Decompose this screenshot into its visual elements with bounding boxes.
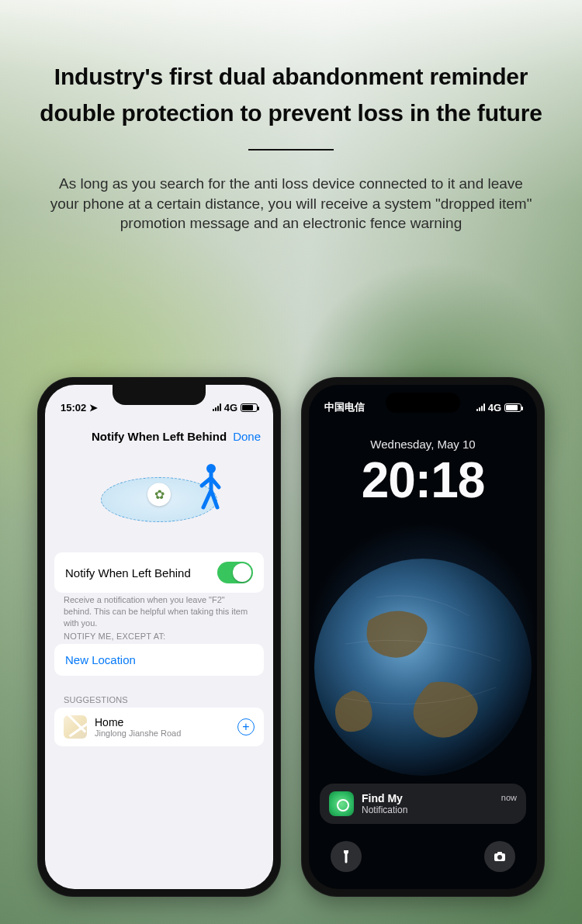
notify-helper-text: Receive a notification when you leave "F… — [45, 590, 273, 629]
notification-time: now — [501, 791, 517, 802]
new-location-button[interactable]: New Location — [54, 644, 264, 676]
find-my-app-icon — [329, 791, 354, 816]
status-carrier: 中国电信 — [324, 400, 365, 414]
headline-divider — [248, 149, 334, 151]
status-time: 15:02 ➤ — [61, 402, 98, 414]
tag-beacon-icon: ✿ — [147, 483, 171, 506]
section-header-suggestions: SUGGESTIONS — [45, 695, 128, 704]
svg-point-1 — [314, 559, 532, 776]
notify-toggle-switch[interactable] — [217, 562, 253, 583]
battery-icon — [504, 403, 521, 412]
status-right: 4G — [476, 402, 521, 414]
new-location-card: New Location — [54, 644, 264, 676]
subheadline: As long as you search for the anti loss … — [0, 174, 582, 234]
network-label: 4G — [488, 402, 501, 414]
phone-left-screen: 15:02 ➤ 4G Notify When Left Behind Done … — [45, 385, 273, 889]
left-behind-illustration: ✿ — [45, 453, 273, 546]
phone-right: 中国电信 4G Wednesday, May 10 20:18 — [301, 377, 545, 897]
suggestion-row-home[interactable]: Home Jinglong Jianshe Road + — [54, 708, 264, 746]
camera-icon — [493, 850, 507, 863]
map-thumbnail-icon — [64, 715, 87, 739]
flashlight-button[interactable] — [331, 841, 362, 872]
headline: Industry's first dual abandonment remind… — [0, 59, 582, 131]
phone-left: 15:02 ➤ 4G Notify When Left Behind Done … — [37, 377, 281, 897]
suggestion-card: Home Jinglong Jianshe Road + — [54, 708, 264, 746]
signal-icon — [213, 403, 221, 411]
notify-toggle-card: Notify When Left Behind — [54, 552, 264, 593]
lockscreen-time: 20:18 — [309, 452, 537, 509]
notify-toggle-row[interactable]: Notify When Left Behind — [54, 552, 264, 593]
headline-line-2: double protection to prevent loss in the… — [40, 100, 542, 126]
add-suggestion-button[interactable]: + — [237, 718, 255, 735]
flashlight-icon — [339, 850, 353, 863]
lockscreen-date: Wednesday, May 10 — [309, 438, 537, 451]
location-arrow-icon: ➤ — [89, 402, 98, 414]
notch — [113, 385, 206, 405]
notify-toggle-label: Notify When Left Behind — [65, 566, 191, 580]
battery-icon — [241, 403, 258, 412]
suggestion-name: Home — [95, 716, 230, 728]
nav-title: Notify When Left Behind — [92, 430, 227, 443]
done-button[interactable]: Done — [233, 430, 261, 443]
lockscreen-notification[interactable]: Find My Notification now — [320, 784, 526, 824]
walking-person-icon — [191, 462, 225, 514]
earth-globe-icon — [309, 551, 537, 784]
phone-right-screen: 中国电信 4G Wednesday, May 10 20:18 — [309, 385, 537, 889]
signal-icon — [476, 403, 485, 411]
camera-button[interactable] — [484, 841, 515, 872]
network-label: 4G — [224, 402, 237, 414]
status-time-text: 15:02 — [61, 402, 86, 414]
svg-rect-4 — [497, 852, 502, 854]
svg-point-3 — [497, 855, 502, 860]
notification-title: Find My — [362, 792, 494, 805]
dynamic-island — [386, 393, 460, 413]
suggestion-address: Jinglong Jianshe Road — [95, 728, 230, 738]
headline-line-1: Industry's first dual abandonment remind… — [54, 64, 528, 89]
notification-text: Find My Notification — [362, 792, 494, 815]
notification-body: Notification — [362, 805, 494, 815]
section-header-notify-except: NOTIFY ME, EXCEPT AT: — [45, 632, 165, 641]
status-right: 4G — [213, 402, 258, 414]
phones-row: 15:02 ➤ 4G Notify When Left Behind Done … — [0, 377, 582, 924]
suggestion-text: Home Jinglong Jianshe Road — [95, 716, 230, 738]
nav-bar: Notify When Left Behind Done — [45, 420, 273, 452]
